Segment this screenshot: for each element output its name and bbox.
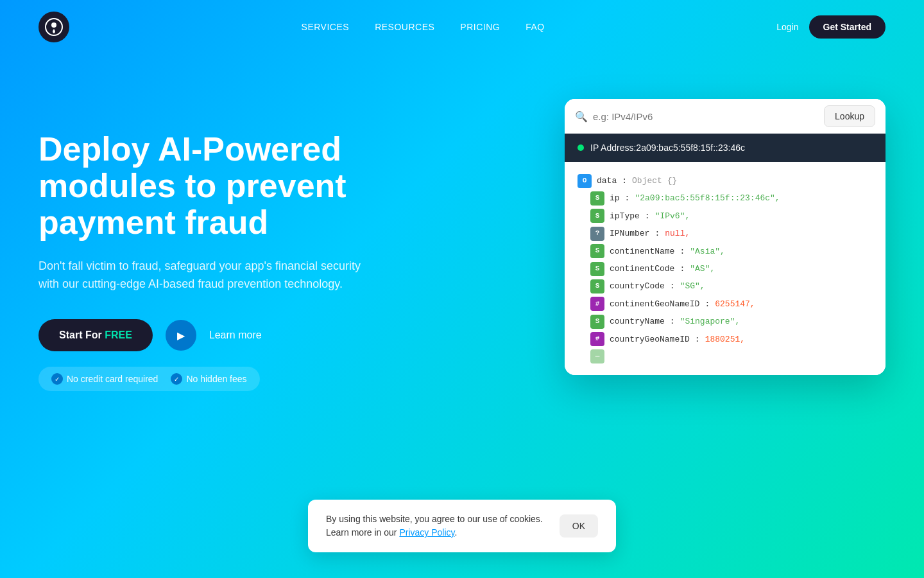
play-button[interactable]: ▶ [166,320,196,351]
json-val-countryname: "Singapore", [680,314,740,329]
demo-ip-header: IP Address:2a09:bac5:55f8:15f::23:46c [565,134,886,162]
badge-hash-continentgeonameid: # [590,297,604,311]
logo[interactable] [38,12,69,42]
demo-search-bar: 🔍 Lookup [565,99,886,134]
json-row-data: O data : Object {} [578,172,873,189]
ip-status-dot [578,144,584,151]
badge-no-fees: ✓ No hidden fees [171,373,246,385]
badge-no-cc: ✓ No credit card required [51,373,158,385]
nav-services[interactable]: SERVICES [302,22,350,32]
json-row-countryname: S countryName : "Singapore", [578,313,873,330]
logo-icon [38,12,69,42]
json-val-data: Object {} [632,173,677,188]
hero-section: Deploy AI-Powered modules to prevent pay… [0,54,924,391]
badge-o-data: O [578,174,592,188]
json-val-countrygeonameid: 1880251, [705,332,745,347]
json-row-ip: S ip : "2a09:bac5:55f8:15f::23:46c", [578,189,873,207]
nav-links: SERVICES RESOURCES PRICING FAQ [302,22,545,32]
badge-s-continentname: S [590,244,604,258]
badge-s-partial: — [590,349,604,363]
search-icon: 🔍 [575,110,588,123]
json-row-countrygeonameid: # countryGeoNameID : 1880251, [578,331,873,348]
lookup-button[interactable]: Lookup [824,105,875,127]
badge-hash-countrygeonameid: # [590,332,604,346]
json-row-ipnumber: ? IPNumber : null, [578,225,873,242]
demo-json-output: O data : Object {} S ip : "2a09:bac5:55f… [565,162,886,375]
login-button[interactable]: Login [776,22,798,32]
check-icon-cc: ✓ [51,373,63,385]
svg-point-1 [51,22,56,28]
json-row-iptype: S ipType : "IPv6", [578,207,873,225]
hero-title: Deploy AI-Powered modules to prevent pay… [38,131,436,241]
search-input[interactable] [593,111,819,122]
cookie-text-after: . [455,527,458,538]
json-val-continentgeonameid: 6255147, [715,297,755,311]
start-button-prefix: Start For [59,329,105,340]
json-val-iptype: "IPv6", [655,209,690,223]
badge-s-ip: S [590,191,604,206]
demo-widget: 🔍 Lookup IP Address:2a09:bac5:55f8:15f::… [565,99,886,375]
json-row-continentgeonameid: # continentGeoNameID : 6255147, [578,295,873,313]
hero-actions: Start For FREE ▶ Learn more [38,319,526,351]
cookie-ok-button[interactable]: OK [560,514,598,538]
json-val-continentcode: "AS", [690,261,715,276]
badge-s-countryname: S [590,315,604,329]
cookie-text: By using this website, you agree to our … [326,512,547,539]
json-row-continentcode: S continentCode : "AS", [578,260,873,277]
badge-s-iptype: S [590,209,604,223]
badge-q-ipnumber: ? [590,227,604,241]
start-button-free: FREE [105,329,132,340]
nav-actions: Login Get Started [776,15,886,39]
json-val-countrycode: "SG", [680,279,705,293]
learn-more-link[interactable]: Learn more [209,329,262,341]
json-row-partial: — [578,348,873,365]
nav-faq[interactable]: FAQ [526,22,545,32]
start-button[interactable]: Start For FREE [38,319,153,351]
cookie-banner: By using this website, you agree to our … [308,500,616,552]
badge-s-countrycode: S [590,279,604,293]
json-val-ipnumber: null, [665,226,690,241]
json-val-ip: "2a09:bac5:55f8:15f::23:46c", [635,191,780,206]
navbar: SERVICES RESOURCES PRICING FAQ Login Get… [0,0,924,54]
nav-pricing[interactable]: PRICING [460,22,500,32]
badge-s-continentcode: S [590,262,604,276]
ip-address-text: IP Address:2a09:bac5:55f8:15f::23:46c [590,143,745,153]
hero-subtitle: Don't fall victim to fraud, safeguard yo… [38,257,372,294]
json-row-countrycode: S countryCode : "SG", [578,277,873,295]
json-val-continentname: "Asia", [690,244,725,259]
json-key-data: data [597,173,617,188]
cookie-privacy-link[interactable]: Privacy Policy [399,527,454,538]
get-started-button[interactable]: Get Started [809,15,886,39]
nav-resources[interactable]: RESOURCES [375,22,434,32]
badge-no-fees-text: No hidden fees [186,374,246,384]
play-icon: ▶ [177,329,185,342]
badge-no-cc-text: No credit card required [67,374,158,384]
hero-right: 🔍 Lookup IP Address:2a09:bac5:55f8:15f::… [565,92,886,375]
hero-badges: ✓ No credit card required ✓ No hidden fe… [38,367,260,391]
hero-left: Deploy AI-Powered modules to prevent pay… [38,92,526,391]
check-icon-fees: ✓ [171,373,182,385]
json-row-continentname: S continentName : "Asia", [578,243,873,260]
